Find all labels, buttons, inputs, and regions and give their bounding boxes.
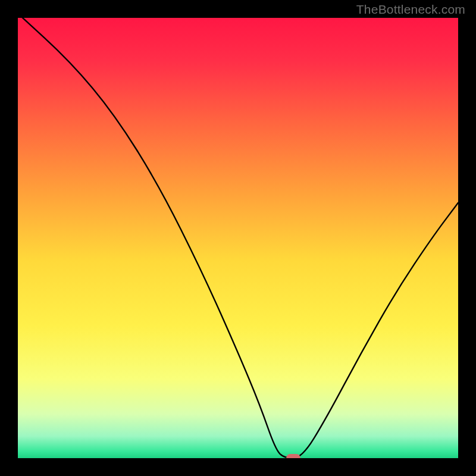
optimal-marker xyxy=(286,454,300,458)
watermark-text: TheBottleneck.com xyxy=(356,2,465,17)
plot-area xyxy=(18,18,458,458)
bottleneck-curve xyxy=(18,18,458,458)
chart-frame: TheBottleneck.com xyxy=(0,0,476,476)
